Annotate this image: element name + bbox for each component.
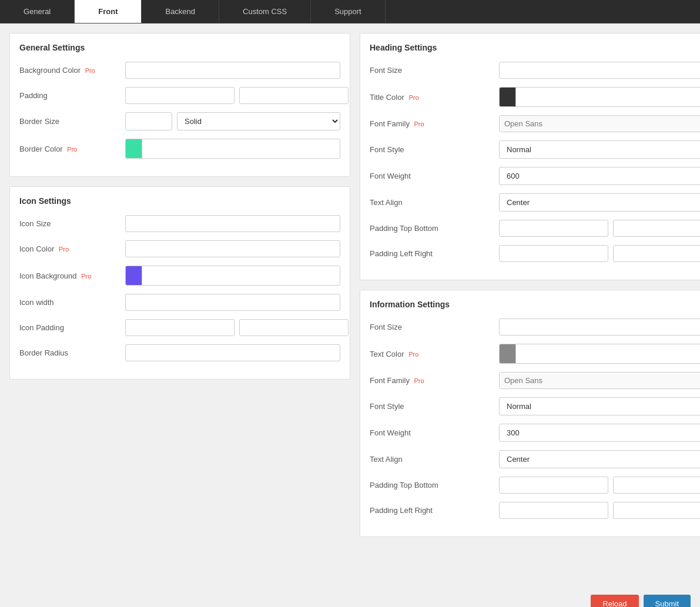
info-font-family-pro: Pro (414, 377, 424, 384)
info-text-color-pro: Pro (408, 351, 418, 358)
icon-size-label: Icon Size (19, 219, 125, 228)
heading-padding-top-bottom-label: Padding Top Bottom (370, 224, 499, 233)
info-font-family-row: Font Family Pro ▼ (370, 372, 700, 389)
background-color-input-wrapper: rgba(250, 250, 250, 1) (125, 62, 340, 79)
heading-font-family-input[interactable] (500, 116, 700, 132)
heading-font-style-select[interactable]: Normal Italic Oblique (499, 140, 700, 159)
padding-label: Padding (19, 91, 125, 100)
heading-settings-title: Heading Settings (370, 43, 700, 52)
heading-font-weight-label: Font Weight (370, 172, 499, 180)
heading-text-align-select[interactable]: LeftCenterRight (499, 193, 700, 212)
info-font-style-label: Font Style (370, 402, 499, 411)
tab-bar: General Front Backend Custom CSS Support (0, 0, 700, 24)
info-font-weight-row: Font Weight 100200300400500 600700800900 (370, 424, 700, 442)
info-padding-right-input[interactable]: 5 (613, 502, 700, 519)
title-color-input[interactable]: #333333 (516, 89, 700, 105)
icon-background-pro: Pro (81, 273, 91, 280)
title-color-row: Title Color Pro #333333 (370, 87, 700, 107)
info-font-family-wrapper: ▼ (499, 372, 700, 389)
info-font-family-input[interactable] (500, 373, 700, 388)
heading-font-style-row: Font Style Normal Italic Oblique (370, 140, 700, 159)
heading-padding-top-input[interactable]: 10 (499, 220, 608, 237)
main-content: General Settings Background Color Pro rg… (0, 24, 700, 588)
border-color-input[interactable]: #39dfa5 (142, 141, 340, 157)
info-padding-left-input[interactable]: 5 (499, 502, 608, 519)
heading-font-size-row: Font Size 20 (370, 62, 700, 79)
border-radius-row: Border Radius 40 (19, 344, 340, 361)
heading-padding-left-right-inputs: 10 10 (499, 245, 700, 262)
icon-background-row: Icon Background Pro rgba(102, 81, 237, 1… (19, 266, 340, 286)
border-size-row: Border Size 2 Solid Dashed Dotted None (19, 112, 340, 130)
info-font-style-select[interactable]: Normal Italic Oblique (499, 397, 700, 415)
heading-font-size-input[interactable]: 20 (499, 62, 700, 79)
border-color-swatch (126, 139, 142, 158)
heading-font-family-label: Font Family Pro (370, 119, 499, 128)
icon-padding-left-input[interactable]: 10 (125, 319, 235, 336)
icon-padding-right-input[interactable]: 10 (239, 319, 349, 336)
info-padding-left-right-label: Padding Left Right (370, 506, 499, 515)
info-text-align-select[interactable]: LeftCenterRight (499, 450, 700, 468)
information-settings-title: Information Settings (370, 300, 700, 309)
icon-width-input[interactable]: 60 (125, 294, 340, 311)
background-color-row: Background Color Pro rgba(250, 250, 250,… (19, 62, 340, 79)
heading-padding-bottom-input[interactable]: 10 (613, 220, 700, 237)
heading-padding-left-input[interactable]: 10 (499, 245, 608, 262)
border-size-label: Border Size (19, 117, 125, 126)
border-color-row: Border Color Pro #39dfa5 (19, 139, 340, 159)
icon-color-input[interactable]: #ffffff (126, 241, 340, 257)
submit-button[interactable]: Submit (644, 595, 691, 607)
icon-padding-row: Icon Padding 10 10 (19, 319, 340, 336)
heading-font-weight-select[interactable]: 100200300400500 600700800900 (499, 167, 700, 185)
info-font-size-row: Font Size 14 (370, 318, 700, 336)
heading-font-weight-row: Font Weight 100200300400500 600700800900 (370, 167, 700, 185)
background-color-label: Background Color Pro (19, 66, 125, 75)
icon-background-swatch (126, 266, 142, 285)
tab-support[interactable]: Support (311, 0, 386, 23)
tab-front[interactable]: Front (75, 0, 142, 23)
info-font-weight-select[interactable]: 100200300400500 600700800900 (499, 424, 700, 442)
icon-size-row: Icon Size 26 (19, 215, 340, 232)
icon-width-label: Icon width (19, 298, 125, 307)
info-padding-top-input[interactable]: 5 (499, 477, 608, 494)
icon-background-input[interactable]: rgba(102, 81, 237, 1) (142, 268, 340, 284)
info-text-color-row: Text Color Pro #888888 (370, 344, 700, 364)
title-color-input-wrapper: #333333 (499, 87, 700, 107)
heading-padding-top-bottom-row: Padding Top Bottom 10 10 (370, 220, 700, 237)
info-font-size-input[interactable]: 14 (499, 318, 700, 336)
icon-padding-label: Icon Padding (19, 323, 125, 332)
heading-font-style-label: Font Style (370, 145, 499, 154)
border-size-input[interactable]: 2 (125, 112, 172, 130)
general-settings-title: General Settings (19, 43, 340, 52)
info-padding-top-bottom-inputs: 5 5 (499, 477, 700, 494)
border-color-input-wrapper: #39dfa5 (125, 139, 340, 159)
border-style-select[interactable]: Solid Dashed Dotted None (177, 112, 340, 130)
heading-font-family-row: Font Family Pro ▼ (370, 115, 700, 132)
tab-custom-css[interactable]: Custom CSS (219, 0, 311, 23)
reload-button[interactable]: Reload (591, 595, 638, 607)
info-font-weight-label: Font Weight (370, 428, 499, 437)
padding-right-input[interactable]: 7 (239, 87, 349, 104)
icon-width-row: Icon width 60 (19, 294, 340, 311)
info-text-color-input[interactable]: #888888 (516, 346, 700, 362)
border-size-inputs: 2 Solid Dashed Dotted None (125, 112, 340, 130)
info-padding-left-right-inputs: 5 5 (499, 502, 700, 519)
heading-padding-right-input[interactable]: 10 (613, 245, 700, 262)
heading-font-family-wrapper: ▼ (499, 115, 700, 132)
info-text-align-label: Text Align (370, 455, 499, 464)
padding-inputs: 7 7 (125, 87, 349, 104)
icon-color-input-wrapper: #ffffff (125, 240, 340, 257)
info-font-family-label: Font Family Pro (370, 376, 499, 385)
info-text-color-label: Text Color Pro (370, 350, 499, 358)
icon-size-input[interactable]: 26 (125, 215, 340, 232)
heading-padding-left-right-row: Padding Left Right 10 10 (370, 245, 700, 262)
padding-left-input[interactable]: 7 (125, 87, 235, 104)
background-color-input[interactable]: rgba(250, 250, 250, 1) (126, 62, 340, 78)
border-radius-input[interactable]: 40 (125, 344, 340, 361)
info-padding-bottom-input[interactable]: 5 (613, 477, 700, 494)
heading-font-size-label: Font Size (370, 66, 499, 75)
info-text-align-row: Text Align LeftCenterRight (370, 450, 700, 468)
title-color-swatch (500, 88, 516, 106)
tab-backend[interactable]: Backend (142, 0, 219, 23)
icon-padding-inputs: 10 10 (125, 319, 349, 336)
tab-general[interactable]: General (0, 0, 75, 23)
